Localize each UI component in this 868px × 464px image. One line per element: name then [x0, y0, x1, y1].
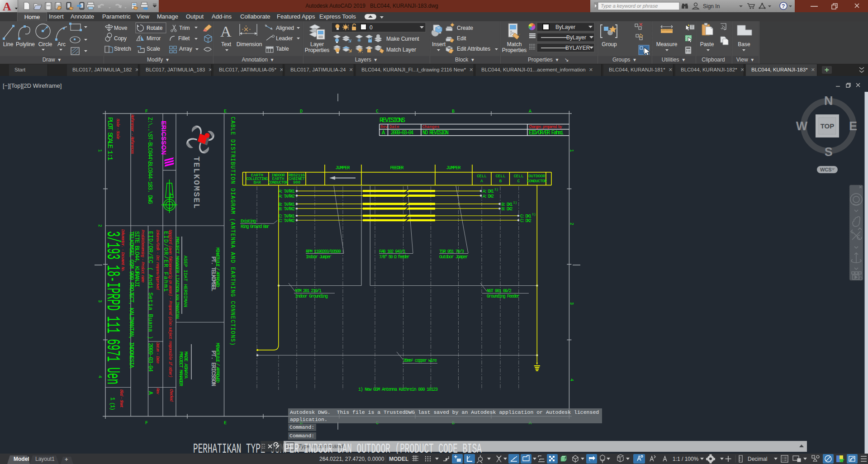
- svg-text:Model: Model: [14, 456, 29, 462]
- svg-text:MODEL: MODEL: [389, 456, 408, 462]
- svg-text:ByLayer: ByLayer: [555, 24, 575, 30]
- svg-text:A: A: [3, 0, 11, 12]
- svg-text:BYLAYER: BYLAYER: [565, 45, 590, 51]
- svg-text:Layout1: Layout1: [35, 456, 55, 462]
- svg-text:Sign In: Sign In: [703, 3, 720, 9]
- svg-text:264.0221, 27.4720, 0.0000: 264.0221, 27.4720, 0.0000: [319, 456, 384, 462]
- svg-text:?: ?: [782, 3, 785, 9]
- svg-text:A: A: [220, 23, 232, 40]
- svg-text:ByLayer: ByLayer: [566, 34, 586, 41]
- svg-text:Type a keyword or phrase: Type a keyword or phrase: [601, 3, 658, 9]
- svg-text:Decimal: Decimal: [748, 456, 767, 462]
- svg-text:1:1 / 100%: 1:1 / 100%: [673, 456, 699, 462]
- svg-text:+: +: [65, 456, 68, 463]
- svg-text:PERHATIKAN TYPE JUMPER INDOOR: PERHATIKAN TYPE JUMPER INDOOR DAN OUTDOO…: [193, 441, 482, 454]
- svg-text:0: 0: [370, 24, 373, 31]
